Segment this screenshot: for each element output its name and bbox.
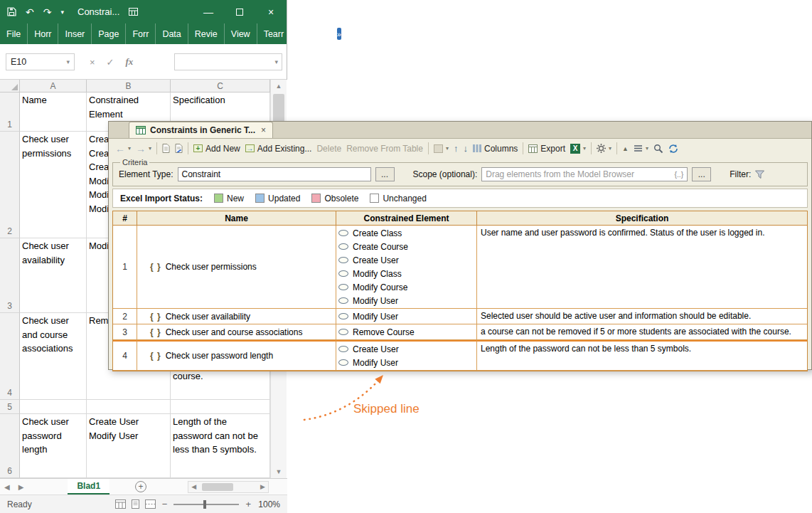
header-name[interactable]: Name — [137, 211, 336, 226]
formula-expand-caret-icon[interactable]: ▾ — [274, 58, 278, 65]
row-2-elements-cell[interactable]: Modify User — [336, 309, 477, 324]
add-sheet-button[interactable]: + — [135, 481, 146, 492]
row-3-number[interactable]: 3 — [113, 324, 137, 340]
constrained-element-item[interactable]: Modify User — [338, 310, 474, 323]
constrained-element-item[interactable]: Create User — [338, 253, 474, 267]
row-3-name-cell[interactable]: { } Check user and course associations — [137, 324, 336, 340]
element-type-browse-button[interactable]: ... — [375, 167, 395, 181]
collapse-criteria-button[interactable]: ▲ — [622, 145, 629, 152]
column-header-a[interactable]: A — [20, 80, 87, 92]
row-1-name-cell[interactable]: { } Check user permissions — [137, 226, 336, 309]
tab-review[interactable]: Revie — [188, 23, 225, 44]
options-button[interactable]: ▾ — [597, 144, 611, 153]
normal-view-icon[interactable] — [115, 499, 126, 509]
back-button[interactable]: ←▾ — [115, 144, 131, 154]
cell-a6[interactable]: Check user password length — [20, 414, 87, 478]
page-layout-view-icon[interactable] — [130, 499, 141, 509]
view-menu-button[interactable]: ▾ — [634, 144, 648, 152]
select-all-corner[interactable] — [0, 80, 20, 92]
cell-a3[interactable]: Check user availability — [20, 238, 87, 313]
cell-b6[interactable]: Create User Modify User — [87, 414, 171, 478]
tab-view[interactable]: View — [225, 23, 257, 44]
constrained-element-item[interactable]: Create User — [338, 342, 474, 356]
zoom-level[interactable]: 100% — [257, 499, 280, 509]
row-1-number[interactable]: 1 — [113, 226, 137, 309]
row-2-name-cell[interactable]: { } Check user availability — [137, 309, 336, 324]
search-button[interactable] — [653, 144, 663, 154]
cell-a2[interactable]: Check user permissions — [20, 132, 87, 238]
row-3-elements-cell[interactable]: Remove Course — [336, 324, 477, 340]
tab-constraints-table[interactable]: Constraints in Generic T... × — [129, 122, 273, 138]
tab-data[interactable]: Data — [156, 23, 188, 44]
qat-customize-caret-icon[interactable]: ▾ — [60, 9, 64, 16]
scope-browse-button[interactable]: ... — [692, 167, 711, 181]
zoom-in-button[interactable]: + — [245, 499, 251, 509]
add-existing-button[interactable]: →Add Existing... — [245, 144, 312, 154]
move-up-button[interactable]: ↑ — [454, 144, 459, 153]
constrained-element-item[interactable]: Remove Course — [338, 325, 474, 339]
tab-insert[interactable]: Inser — [58, 23, 92, 44]
column-header-b[interactable]: B — [87, 80, 171, 92]
touch-mode-icon[interactable] — [129, 8, 138, 16]
close-button[interactable]: × — [255, 0, 287, 23]
paste-icon[interactable] — [175, 144, 183, 153]
scroll-down-icon[interactable]: ▼ — [271, 468, 287, 475]
copy-icon[interactable] — [162, 144, 170, 153]
constrained-element-item[interactable]: Modify Course — [338, 280, 474, 294]
element-type-field[interactable]: Constraint — [178, 167, 371, 181]
row-header-1[interactable]: 1 — [0, 92, 20, 132]
maximize-button[interactable] — [224, 0, 255, 23]
row-3-specification-cell[interactable]: a course can not be removed if 5 or more… — [477, 324, 807, 340]
row-1-elements-cell[interactable]: Create Class Create Course Create User M… — [336, 226, 477, 309]
undo-icon[interactable]: ↶ — [26, 7, 34, 17]
header-constrained-element[interactable]: Constrained Element — [336, 211, 477, 226]
excel-sync-button[interactable]: X▾ — [570, 144, 586, 154]
row-1-specification-cell[interactable]: User name and user password is confirmed… — [477, 226, 807, 309]
column-header-c[interactable]: C — [171, 80, 270, 92]
zoom-slider[interactable] — [173, 504, 239, 505]
row-2-number[interactable]: 2 — [113, 309, 137, 324]
scroll-up-icon[interactable]: ▲ — [271, 83, 287, 90]
ribbon-display-options-button[interactable]: » — [337, 28, 341, 40]
insert-function-icon[interactable]: fx — [126, 56, 134, 68]
cell-a4[interactable]: Check user and course associations — [20, 313, 87, 400]
move-down-button[interactable]: ↓ — [463, 144, 468, 153]
remove-from-table-button[interactable]: Remove From Table — [346, 144, 423, 154]
name-box-caret-icon[interactable]: ▾ — [66, 58, 70, 65]
sheet-tab-blad1[interactable]: Blad1 — [68, 479, 109, 495]
horizontal-scrollbar[interactable]: ◀ ▶ — [188, 481, 269, 493]
horizontal-scroll-thumb[interactable] — [202, 483, 233, 491]
constrained-element-item[interactable]: Modify User — [338, 294, 474, 307]
row-4-number[interactable]: 4 — [113, 340, 137, 371]
name-box[interactable]: E10 ▾ — [6, 53, 75, 70]
delete-button[interactable]: Delete — [316, 144, 341, 154]
enter-entry-icon[interactable]: ✓ — [107, 57, 114, 68]
move-to-button[interactable]: ▾ — [434, 144, 449, 153]
cell-c6[interactable]: Length of the password can not be less t… — [171, 414, 270, 478]
cell-a1[interactable]: Name — [20, 92, 87, 132]
export-button[interactable]: Export — [528, 144, 565, 154]
zoom-slider-thumb[interactable] — [203, 500, 206, 509]
cancel-entry-icon[interactable]: × — [90, 57, 95, 68]
row-header-6[interactable]: 6 — [0, 414, 20, 478]
hscroll-left-icon[interactable]: ◀ — [188, 483, 199, 490]
cell-b5[interactable] — [87, 400, 171, 414]
columns-button[interactable]: Columns — [473, 144, 518, 154]
tab-file[interactable]: File — [0, 23, 28, 44]
hscroll-track[interactable] — [199, 482, 257, 492]
row-header-5[interactable]: 5 — [0, 400, 20, 414]
zoom-out-button[interactable]: − — [162, 499, 168, 509]
add-new-button[interactable]: +Add New — [193, 144, 240, 154]
tab-home[interactable]: Horr — [28, 23, 58, 44]
scope-field[interactable]: Drag elements from the Model Browser {..… — [481, 167, 688, 181]
row-header-3[interactable]: 3 — [0, 238, 20, 313]
save-icon[interactable] — [7, 7, 16, 16]
sheet-nav-right-icon[interactable]: ▶ — [14, 483, 28, 491]
forward-button[interactable]: →▾ — [136, 144, 151, 154]
header-specification[interactable]: Specification — [477, 211, 807, 226]
header-number[interactable]: # — [113, 211, 137, 226]
tab-page-layout[interactable]: Page — [92, 23, 126, 44]
row-header-4[interactable]: 4 — [0, 313, 20, 400]
page-break-view-icon[interactable] — [145, 499, 156, 509]
constrained-element-item[interactable]: Create Class — [338, 226, 474, 240]
